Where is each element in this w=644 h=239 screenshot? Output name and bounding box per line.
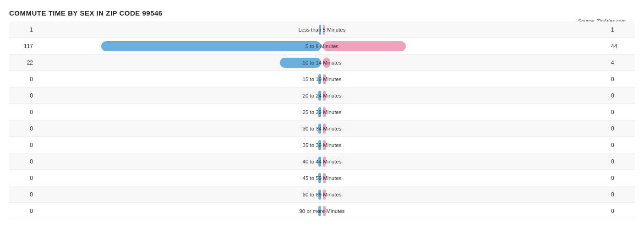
chart-title: COMMUTE TIME BY SEX IN ZIP CODE 99546 (9, 9, 635, 17)
bars-container: 45 to 59 Minutes (37, 170, 607, 186)
female-bar (323, 41, 406, 51)
chart-row: 0 20 to 24 Minutes 0 (9, 87, 635, 104)
bars-container: Less than 5 Minutes (37, 22, 607, 38)
bars-container: 90 or more Minutes (37, 203, 607, 219)
male-value: 117 (9, 43, 37, 49)
female-bar (323, 74, 326, 84)
male-side (37, 38, 322, 54)
male-side (37, 22, 322, 38)
female-side (322, 170, 607, 186)
bar-pair: 15 to 19 Minutes (37, 71, 607, 87)
male-bar (101, 41, 321, 51)
chart-row: 0 90 or more Minutes 0 (9, 203, 635, 219)
female-value: 0 (607, 125, 635, 132)
male-value: 0 (9, 158, 37, 165)
female-bar (323, 206, 326, 216)
bar-pair: 30 to 34 Minutes (37, 120, 607, 136)
bar-pair: Less than 5 Minutes (37, 22, 607, 38)
female-value: 0 (607, 208, 635, 214)
male-bar (318, 124, 321, 134)
female-value: 0 (607, 175, 635, 181)
male-bar (318, 206, 321, 216)
bars-container: 10 to 14 Minutes (37, 54, 607, 71)
female-bar (323, 91, 326, 101)
female-value: 4 (607, 60, 635, 66)
bars-container: 30 to 34 Minutes (37, 120, 607, 136)
male-value: 0 (9, 109, 37, 115)
female-value: 44 (607, 43, 635, 49)
female-value: 0 (607, 76, 635, 82)
female-side (322, 54, 607, 71)
male-bar (318, 190, 321, 200)
female-side (322, 38, 607, 54)
male-value: 0 (9, 142, 37, 148)
male-side (37, 54, 322, 71)
bars-container: 60 to 89 Minutes (37, 186, 607, 202)
male-value: 1 (9, 27, 37, 33)
male-bar (319, 25, 321, 35)
male-side (37, 186, 322, 202)
bars-container: 20 to 24 Minutes (37, 87, 607, 103)
male-value: 0 (9, 125, 37, 132)
bar-pair: 20 to 24 Minutes (37, 87, 607, 103)
female-value: 0 (607, 109, 635, 115)
chart-row: 1 Less than 5 Minutes 1 (9, 22, 635, 38)
male-side (37, 120, 322, 136)
female-value: 0 (607, 142, 635, 148)
bars-container: 35 to 39 Minutes (37, 137, 607, 153)
chart-row: 0 40 to 44 Minutes 0 (9, 153, 635, 170)
bar-pair: 35 to 39 Minutes (37, 137, 607, 153)
bar-pair: 5 to 9 Minutes (37, 38, 607, 54)
female-value: 0 (607, 191, 635, 198)
male-bar (280, 58, 321, 68)
female-side (322, 71, 607, 87)
chart-row: 22 10 to 14 Minutes 4 (9, 54, 635, 71)
male-bar (318, 107, 321, 117)
bars-container: 5 to 9 Minutes (37, 38, 607, 54)
male-side (37, 203, 322, 219)
female-side (322, 120, 607, 136)
bar-pair: 90 or more Minutes (37, 203, 607, 219)
male-bar (318, 74, 321, 84)
female-bar (323, 25, 325, 35)
bar-pair: 60 to 89 Minutes (37, 186, 607, 202)
chart-row: 0 60 to 89 Minutes 0 (9, 186, 635, 203)
female-side (322, 203, 607, 219)
female-value: 0 (607, 92, 635, 99)
bars-container: 15 to 19 Minutes (37, 71, 607, 87)
bar-pair: 45 to 59 Minutes (37, 170, 607, 186)
male-bar (318, 91, 321, 101)
chart-row: 0 15 to 19 Minutes 0 (9, 71, 635, 87)
male-side (37, 71, 322, 87)
female-bar (323, 157, 326, 167)
male-value: 0 (9, 175, 37, 181)
bar-pair: 10 to 14 Minutes (37, 54, 607, 71)
bar-pair: 40 to 44 Minutes (37, 153, 607, 169)
female-bar (323, 140, 326, 150)
male-side (37, 87, 322, 103)
female-bar (323, 107, 326, 117)
female-bar (323, 173, 326, 183)
chart-row: 0 35 to 39 Minutes 0 (9, 137, 635, 153)
chart-row: 117 5 to 9 Minutes 44 (9, 38, 635, 54)
chart-area: 1 Less than 5 Minutes 1 117 (9, 22, 635, 238)
male-side (37, 153, 322, 169)
female-side (322, 22, 607, 38)
male-value: 0 (9, 76, 37, 82)
female-side (322, 87, 607, 103)
chart-row: 0 25 to 29 Minutes 0 (9, 104, 635, 120)
bars-container: 25 to 29 Minutes (37, 104, 607, 120)
male-value: 0 (9, 208, 37, 214)
female-bar (323, 124, 326, 134)
bar-pair: 25 to 29 Minutes (37, 104, 607, 120)
male-value: 0 (9, 92, 37, 99)
female-side (322, 137, 607, 153)
female-value: 0 (607, 158, 635, 165)
female-bar (323, 58, 330, 68)
male-bar (318, 173, 321, 183)
male-value: 22 (9, 60, 37, 66)
male-bar (318, 157, 321, 167)
male-side (37, 104, 322, 120)
chart-row: 0 45 to 59 Minutes 0 (9, 170, 635, 186)
female-side (322, 153, 607, 169)
